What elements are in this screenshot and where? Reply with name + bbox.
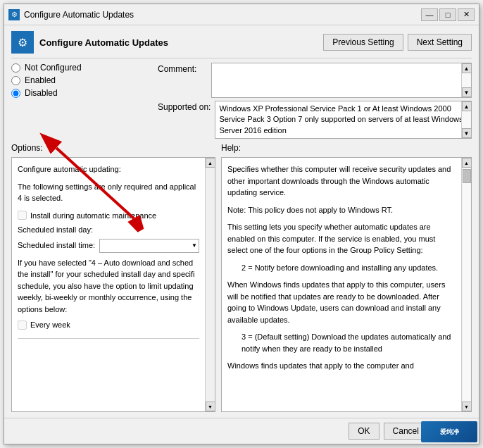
help-scroll-down[interactable]: ▼	[462, 402, 472, 411]
not-configured-label[interactable]: Not Configured	[25, 63, 82, 73]
options-scroll-down[interactable]: ▼	[206, 402, 215, 411]
help-scrollbar: ▲ ▼	[461, 158, 471, 411]
options-panel: Configure automatic updating: The follow…	[11, 157, 215, 412]
help-label: Help:	[221, 143, 241, 153]
disabled-row: Disabled	[11, 88, 152, 98]
window-icon: ⚙	[8, 9, 20, 20]
supported-row: Supported on: Windows XP Professional Se…	[158, 101, 472, 139]
scheduled-day-label: Scheduled install day:	[18, 224, 93, 236]
supported-scroll-down[interactable]: ▼	[462, 128, 472, 138]
comment-label: Comment:	[158, 63, 207, 74]
maximize-button[interactable]: □	[439, 8, 456, 21]
install-maintenance-label[interactable]: Install during automatic maintenance	[30, 210, 156, 222]
close-button[interactable]: ✕	[458, 8, 475, 21]
help-line-7: 2 = Notify before downloading and instal…	[242, 262, 456, 274]
title-controls: — □ ✕	[421, 8, 475, 21]
header-row: ⚙ Configure Automatic Updates Previous S…	[11, 31, 472, 58]
comment-scrollbar: ▲ ▼	[461, 63, 471, 97]
header-icon: ⚙	[11, 31, 34, 54]
next-setting-button[interactable]: Next Setting	[408, 34, 472, 51]
help-line-11: 3 = (Default setting) Download the updat…	[242, 331, 456, 354]
help-line-1: Specifies whether this computer will rec…	[227, 163, 456, 199]
comment-box: ▲ ▼	[211, 63, 472, 98]
bottom-bar: OK Cancel Apply 爱纯净	[4, 418, 479, 444]
prev-setting-button[interactable]: Previous Setting	[323, 34, 403, 51]
help-panel: Specifies whether this computer will rec…	[221, 157, 472, 412]
watermark: 爱纯净	[421, 421, 477, 442]
configure-label: Configure automatic updating:	[18, 163, 199, 175]
scheduled-time-label: Scheduled install time:	[18, 239, 95, 251]
radio-section: Not Configured Enabled Disabled	[11, 63, 152, 139]
help-line-5: This setting lets you specify whether au…	[227, 221, 456, 256]
title-bar-left: ⚙ Configure Automatic Updates	[8, 9, 134, 20]
supported-box: Windows XP Professional Service Pack 1 o…	[215, 101, 472, 139]
dialog-content: ⚙ Configure Automatic Updates Previous S…	[4, 25, 479, 418]
enabled-label[interactable]: Enabled	[25, 75, 56, 85]
dialog-title: Configure Automatic Updates	[39, 37, 168, 48]
options-column: Configure automatic updating: The follow…	[11, 157, 215, 412]
supported-scrollbar: ▲ ▼	[461, 101, 471, 138]
every-week-row: Every week	[18, 319, 199, 331]
help-scroll-track	[463, 168, 471, 402]
every-week-checkbox[interactable]	[18, 321, 27, 330]
enabled-radio[interactable]	[11, 76, 20, 85]
options-panel-content: Configure automatic updating: The follow…	[12, 158, 205, 411]
help-scroll-up[interactable]: ▲	[462, 158, 472, 168]
options-divider	[18, 338, 199, 339]
install-maintenance-checkbox[interactable]	[18, 211, 27, 220]
help-line-3: Note: This policy does not apply to Wind…	[227, 204, 456, 216]
gear-icon: ⚙	[11, 11, 18, 18]
options-label-container: Options:	[11, 143, 215, 153]
not-configured-row: Not Configured	[11, 63, 152, 73]
window-title: Configure Automatic Updates	[24, 10, 134, 20]
options-help-panels: Configure automatic updating: The follow…	[11, 157, 472, 412]
header-title-section: ⚙ Configure Automatic Updates	[11, 31, 168, 54]
enabled-row: Enabled	[11, 75, 152, 85]
help-panel-content: Specifies whether this computer will rec…	[222, 158, 461, 411]
top-section: Not Configured Enabled Disabled Comment:	[11, 63, 472, 139]
header-buttons: Previous Setting Next Setting	[323, 34, 472, 51]
supported-label: Supported on:	[158, 101, 211, 112]
scheduled-day-row: Scheduled install day:	[18, 224, 199, 236]
install-maintenance-row: Install during automatic maintenance	[18, 210, 199, 222]
right-column: Comment: ▲ ▼ Supported on: Windows XP Pr…	[158, 63, 472, 139]
minimize-button[interactable]: —	[421, 8, 438, 21]
disabled-label[interactable]: Disabled	[25, 88, 58, 98]
maintenance-text: The following settings are only required…	[18, 181, 199, 204]
options-label: Options:	[11, 143, 43, 153]
scheduled-time-select[interactable]: ▼	[99, 239, 199, 253]
help-line-13: Windows finds updates that apply to the …	[227, 360, 456, 372]
not-configured-radio[interactable]	[11, 63, 20, 73]
help-line-9: When Windows finds updates that apply to…	[227, 279, 456, 325]
options-scrollbar: ▲ ▼	[205, 158, 215, 411]
options-help-labels: Options: Help:	[11, 143, 472, 153]
help-column: Specifies whether this computer will rec…	[221, 157, 472, 412]
scroll-track	[462, 73, 471, 87]
help-scroll-thumb	[463, 169, 471, 183]
disabled-radio[interactable]	[11, 89, 20, 98]
title-bar: ⚙ Configure Automatic Updates — □ ✕	[4, 4, 479, 25]
supported-text: Windows XP Professional Service Pack 1 o…	[219, 104, 463, 135]
scroll-down-arrow[interactable]: ▼	[462, 87, 472, 97]
dropdown-arrow-icon: ▼	[192, 242, 197, 250]
supported-scroll-track	[462, 111, 471, 128]
ok-button[interactable]: OK	[349, 423, 379, 440]
scheduled-time-row: Scheduled install time: ▼	[18, 239, 199, 253]
options-scroll-up[interactable]: ▲	[206, 158, 215, 168]
help-label-container: Help:	[221, 143, 472, 153]
extra-text: If you have selected "4 – Auto download …	[18, 257, 199, 316]
scroll-up-arrow[interactable]: ▲	[462, 63, 472, 73]
watermark-text: 爱纯净	[440, 428, 459, 437]
comment-row: Comment: ▲ ▼	[158, 63, 472, 98]
every-week-label[interactable]: Every week	[30, 319, 70, 331]
supported-scroll-up[interactable]: ▲	[462, 101, 472, 111]
main-window: ⚙ Configure Automatic Updates — □ ✕ ⚙ Co…	[4, 4, 479, 444]
